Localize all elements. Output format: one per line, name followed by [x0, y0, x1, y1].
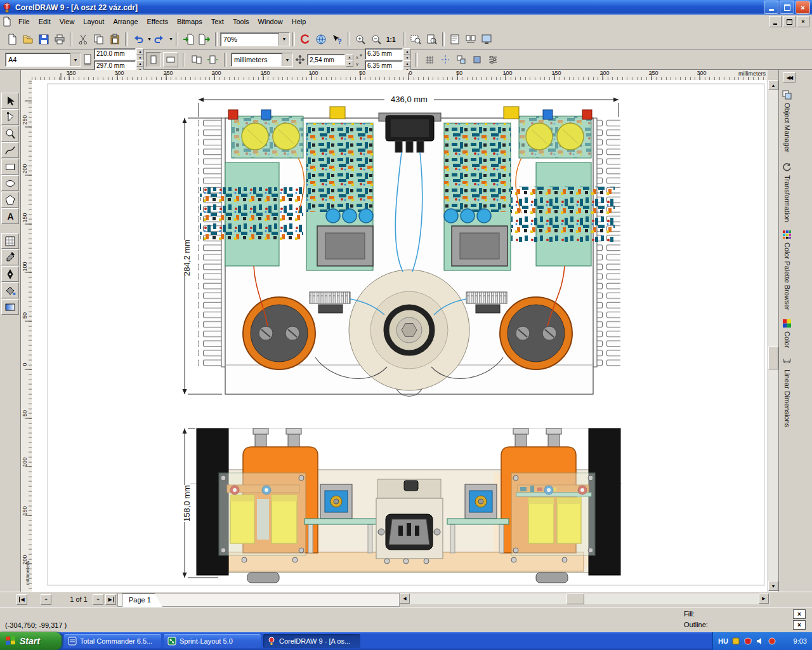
capacitor-left[interactable] [243, 297, 315, 369]
fullscreen-preview-button[interactable] [479, 31, 495, 47]
menu-file[interactable]: File [14, 15, 34, 29]
add-page-before-button[interactable]: + [41, 594, 51, 605]
menu-view[interactable]: View [55, 15, 79, 29]
menu-effects[interactable]: Effects [143, 15, 173, 29]
language-indicator[interactable]: HU [718, 637, 728, 645]
pcb-right-center[interactable] [444, 123, 511, 270]
transformer-assembly-right[interactable] [511, 473, 595, 555]
task-total-commander[interactable]: Total Commander 6.5... [64, 634, 161, 648]
redo-dropdown[interactable]: ▼ [169, 37, 173, 41]
zoom-in-button[interactable] [353, 31, 369, 47]
snap-to-objects-button[interactable] [454, 53, 468, 67]
capacitor-right[interactable] [500, 297, 572, 369]
export-button[interactable] [197, 31, 213, 47]
zoom-combo-dropdown[interactable]: ▼ [278, 33, 289, 46]
transformer-assembly-left[interactable] [219, 473, 306, 555]
redo-button[interactable] [152, 31, 167, 47]
driver-transformer-front-left[interactable] [320, 484, 352, 519]
paper-size-dropdown[interactable]: ▼ [70, 53, 81, 66]
snap-to-guidelines-button[interactable] [438, 53, 452, 67]
open-button[interactable] [20, 31, 36, 47]
fill-tool[interactable] [1, 282, 19, 298]
units-dropdown[interactable]: ▼ [282, 53, 292, 66]
all-pages-button[interactable] [190, 53, 204, 67]
application-launcher-button[interactable] [298, 31, 313, 47]
zoom-tool[interactable] [1, 126, 19, 142]
interactive-tool[interactable] [1, 233, 19, 249]
last-page-button[interactable]: ▶ [105, 594, 116, 605]
menu-layout[interactable]: Layout [79, 15, 108, 29]
vertical-scroll-thumb[interactable] [768, 347, 778, 369]
new-button[interactable] [4, 31, 20, 47]
vertical-scrollbar[interactable]: ▲ ▼ [768, 80, 778, 592]
heatsink-right[interactable] [592, 118, 620, 367]
docker-tab-color-palette-browser[interactable]: Color Palette Browser [782, 230, 792, 310]
shape-tool[interactable] [1, 109, 19, 125]
pcb-left-center[interactable] [306, 123, 373, 270]
heatsink-left[interactable] [198, 118, 226, 367]
polygon-tool[interactable] [1, 192, 19, 208]
horizontal-ruler[interactable]: 350 300 250 200 150 100 50 0 50 100 150 … [32, 70, 768, 81]
tray-shield-icon[interactable] [744, 637, 752, 646]
docker-tab-transformation[interactable]: Transformation [782, 162, 792, 222]
copy-button[interactable] [91, 31, 107, 47]
freehand-tool[interactable] [1, 142, 19, 158]
interactive-fill-tool[interactable] [1, 299, 19, 315]
docker-tab-linear-dimensions[interactable]: Linear Dimensions [782, 357, 792, 427]
pcb-top-right[interactable] [519, 116, 591, 158]
zoom-to-page-button[interactable] [424, 31, 440, 47]
menu-arrange[interactable]: Arrange [108, 15, 142, 29]
corel-online-button[interactable] [313, 31, 329, 47]
foot-left[interactable] [247, 573, 279, 583]
paper-width-spinner[interactable]: ▲▼ [136, 48, 144, 60]
paper-width-input[interactable]: 210.0 mm [94, 48, 136, 60]
scroll-down-button[interactable]: ▼ [768, 581, 778, 591]
page-sorter-button[interactable] [463, 31, 479, 47]
nudge-spinner[interactable]: ▲▼ [346, 54, 353, 65]
menu-help[interactable]: Help [287, 15, 311, 29]
undo-button[interactable] [130, 31, 146, 47]
text-tool[interactable]: A [1, 208, 19, 224]
page-view-button[interactable] [447, 31, 463, 47]
outline-tool[interactable] [1, 266, 19, 282]
whats-this-button[interactable]: ? [329, 31, 345, 47]
scroll-right-button[interactable]: ▶ [759, 594, 769, 604]
docker-tab-color[interactable]: Color [782, 319, 792, 348]
eyedropper-tool[interactable] [1, 249, 19, 265]
zoom-out-button[interactable] [369, 31, 384, 47]
print-button[interactable] [51, 31, 67, 47]
portrait-button[interactable] [146, 52, 161, 67]
menu-edit[interactable]: Edit [34, 15, 55, 29]
current-page-button[interactable] [206, 53, 219, 67]
cut-button[interactable] [75, 31, 91, 47]
scroll-up-button[interactable]: ▲ [768, 80, 778, 90]
docker-tab-object-manager[interactable]: Object Manager [782, 90, 792, 152]
menu-window[interactable]: Window [254, 15, 287, 29]
menu-bitmaps[interactable]: Bitmaps [173, 15, 207, 29]
horizontal-scroll-thumb[interactable] [566, 594, 584, 604]
units-combo[interactable]: millimeters ▼ [231, 53, 293, 67]
pick-tool[interactable] [1, 93, 19, 109]
ellipse-tool[interactable] [1, 175, 19, 191]
pcb-top-left[interactable] [232, 116, 303, 158]
doc-close-button[interactable]: × [797, 16, 809, 27]
doc-minimize-button[interactable] [769, 16, 782, 27]
landscape-button[interactable] [163, 52, 178, 67]
ruler-corner[interactable] [21, 70, 32, 81]
save-button[interactable] [36, 31, 51, 47]
close-button[interactable]: × [796, 1, 810, 14]
toroidal-transformer[interactable] [349, 270, 469, 390]
options-button[interactable] [486, 53, 500, 67]
restore-button[interactable] [780, 1, 794, 14]
import-button[interactable] [181, 31, 197, 47]
task-sprint-layout[interactable]: Sprint-Layout 5.0 [164, 634, 261, 648]
duplicate-x-input[interactable]: 6.35 mm [365, 48, 403, 60]
docker-collapse-button[interactable]: ◀◀ [783, 72, 796, 83]
undo-dropdown[interactable]: ▼ [147, 37, 152, 41]
start-button[interactable]: Start [0, 632, 62, 650]
minimize-button[interactable] [764, 1, 778, 14]
zoom-to-selection-button[interactable] [408, 31, 424, 47]
zoom-level-combo[interactable]: 70% ▼ [220, 32, 290, 46]
driver-transformer-front-right[interactable] [465, 484, 497, 519]
snap-to-grid-button[interactable] [422, 53, 436, 67]
